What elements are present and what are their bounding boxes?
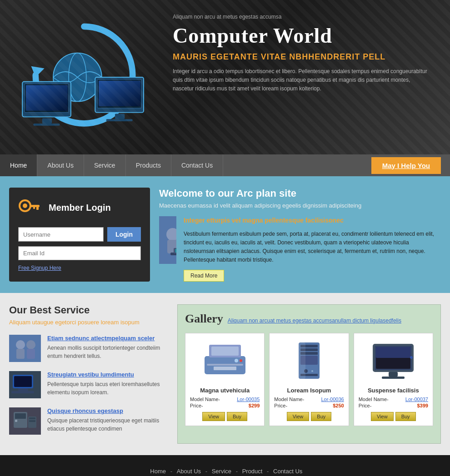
- footer-link-about[interactable]: About Us: [177, 468, 201, 475]
- gallery-item-1-price-row: Price- $299: [190, 403, 260, 408]
- service-item-1-title[interactable]: Etiam sednunc atlectmpelquam sceler: [47, 335, 164, 342]
- svg-rect-17: [36, 207, 39, 210]
- footer-sep-4: -: [267, 468, 270, 475]
- svg-rect-29: [9, 335, 41, 362]
- service-thumb-2: [9, 371, 41, 398]
- footer-link-home[interactable]: Home: [150, 468, 166, 475]
- service-item-2-text: Pellentesque turpis lacus eteri loremhas…: [47, 380, 164, 397]
- logo-area: [0, 0, 168, 154]
- welcome-image: [159, 216, 176, 264]
- svg-point-1: [53, 53, 102, 102]
- footer-nav-links: Home - About Us - Service - Product - Co…: [150, 468, 302, 475]
- svg-rect-42: [15, 420, 17, 422]
- model-num-3: Lor-00037: [405, 397, 428, 402]
- service-item-2-title[interactable]: Streugiatn vestibu lumdimentu: [47, 371, 164, 378]
- svg-rect-18: [33, 207, 35, 209]
- site-title: Computer World: [173, 24, 436, 48]
- price-2: $250: [333, 403, 344, 408]
- svg-point-2: [53, 53, 102, 102]
- service-item-3-text: Quisque placerat tristiquerieosque eget …: [47, 416, 164, 433]
- svg-rect-8: [26, 85, 68, 110]
- service-item-1: Etiam sednunc atlectmpelquam sceler Aene…: [9, 335, 164, 362]
- gallery-item-1: Magna utvehicula Model Name- Lor-00035 P…: [185, 333, 265, 426]
- model-label-3: Model Name-: [359, 397, 389, 402]
- buy-button-2[interactable]: Buy: [311, 412, 331, 421]
- gallery-items-row: Magna utvehicula Model Name- Lor-00035 P…: [185, 333, 433, 426]
- model-label-2: Model Name-: [274, 397, 304, 402]
- gallery-item-3: Suspense facilisis Model Name- Lor-00037…: [354, 333, 433, 426]
- footer-sep-1: -: [170, 468, 174, 475]
- email-input[interactable]: [18, 246, 141, 260]
- service-item-1-content: Etiam sednunc atlectmpelquam sceler Aene…: [47, 335, 164, 360]
- svg-rect-38: [11, 391, 34, 393]
- service-item-3-content: Quisque rhoncus egestasp Quisque placera…: [47, 407, 164, 433]
- footer-sep-3: -: [236, 468, 240, 475]
- view-button-2[interactable]: View: [287, 412, 310, 421]
- free-signup-link[interactable]: Free Signup Here: [18, 265, 141, 271]
- gallery-item-2-model-row: Model Name- Lor-00036: [274, 397, 344, 402]
- service-item-1-text: Aenean mollis suscipit tortorienteger co…: [47, 344, 164, 360]
- svg-point-59: [311, 370, 313, 372]
- gallery-panel: Gallery Aliquam non arcuat metus egestas…: [177, 304, 441, 444]
- nav-item-service[interactable]: Service: [84, 154, 126, 176]
- footer-link-contact[interactable]: Contact Us: [273, 468, 302, 475]
- feature-text: Vestibulum fermentum esibulum pede sem, …: [184, 230, 441, 265]
- footer-link-service[interactable]: Service: [212, 468, 231, 475]
- gallery-title: Gallery: [185, 312, 223, 326]
- svg-rect-7: [33, 124, 60, 126]
- service-item-3-title[interactable]: Quisque rhoncus egestasp: [47, 407, 164, 414]
- username-input[interactable]: [18, 227, 104, 242]
- services-gallery-section: Our Best Service Aliquam utaugue egetorc…: [0, 293, 450, 455]
- key-icon: [18, 197, 43, 219]
- login-button[interactable]: Login: [107, 227, 141, 242]
- gallery-description[interactable]: Aliquam non arcuat metus egestas accumsa…: [228, 317, 401, 324]
- svg-rect-61: [299, 342, 305, 379]
- nav-item-home[interactable]: Home: [0, 154, 37, 176]
- buy-button-3[interactable]: Buy: [395, 412, 416, 421]
- read-more-button[interactable]: Read More: [184, 270, 224, 282]
- footer-section: www.heritagechristiancollege.com Home - …: [0, 455, 450, 476]
- buy-button-1[interactable]: Buy: [227, 412, 247, 421]
- nav-item-about[interactable]: About Us: [37, 154, 84, 176]
- best-service-panel: Our Best Service Aliquam utaugue egetorc…: [9, 304, 164, 444]
- svg-rect-4: [22, 82, 71, 117]
- svg-rect-44: [29, 417, 35, 419]
- svg-rect-13: [99, 81, 140, 106]
- price-3: $399: [417, 403, 428, 408]
- gallery-item-2-price-row: Price- $250: [274, 403, 344, 408]
- service-thumb-1: [9, 335, 41, 362]
- svg-rect-10: [97, 79, 141, 108]
- svg-rect-12: [106, 119, 133, 121]
- nav-item-products[interactable]: Products: [126, 154, 171, 176]
- svg-rect-36: [14, 376, 32, 387]
- header-small-text: Aliquam non arcu at metus egestas accums…: [173, 14, 436, 20]
- model-label-1: Model Name-: [190, 397, 220, 402]
- view-button-3[interactable]: View: [371, 412, 394, 421]
- view-button-1[interactable]: View: [202, 412, 225, 421]
- price-label-1: Price-: [190, 403, 203, 408]
- gallery-item-1-name: Magna utvehicula: [190, 387, 260, 394]
- svg-rect-66: [376, 347, 410, 358]
- welcome-subtitle: Maecenas eumassa id velit aliquam adipis…: [159, 202, 441, 209]
- svg-rect-31: [16, 349, 25, 359]
- service-panel-title: Our Best Service: [9, 304, 164, 316]
- svg-rect-37: [18, 388, 28, 391]
- gallery-item-3-name: Suspense facilisis: [359, 387, 428, 394]
- welcome-text-area: Integer etturpis vel magna pellentesque …: [184, 216, 441, 282]
- price-1: $299: [249, 403, 260, 408]
- svg-marker-0: [31, 66, 45, 77]
- help-button[interactable]: May I Help You: [371, 157, 441, 174]
- svg-rect-28: [175, 249, 176, 253]
- nav-links: Home About Us Service Products Contact U…: [0, 154, 223, 176]
- svg-rect-67: [389, 372, 398, 377]
- svg-point-52: [240, 359, 242, 362]
- login-header: Member Login: [18, 197, 141, 219]
- footer-link-product[interactable]: Product: [242, 468, 263, 475]
- nav-item-contact[interactable]: Contact Us: [171, 154, 223, 176]
- gallery-item-3-model-row: Model Name- Lor-00037: [359, 397, 428, 402]
- service-thumb-3: [9, 407, 41, 435]
- welcome-title: Welcome to our Arc plan site: [159, 188, 441, 199]
- model-num-2: Lor-00036: [321, 397, 344, 402]
- gallery-item-1-model-row: Model Name- Lor-00035: [190, 397, 260, 402]
- gallery-item-3-buttons: View Buy: [359, 412, 428, 421]
